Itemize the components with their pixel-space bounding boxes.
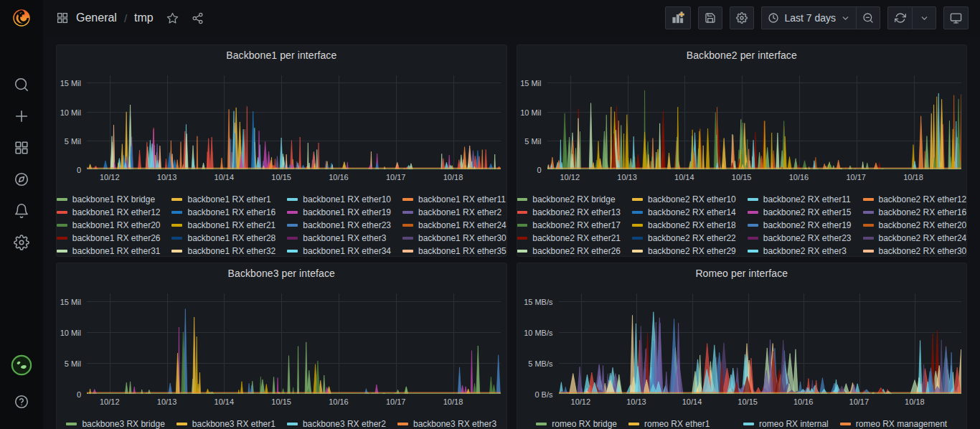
legend-item[interactable]: backbone3 RX bridge xyxy=(66,418,164,429)
y-axis: 05 Mil10 Mil15 Mil xyxy=(57,75,87,169)
legend-item[interactable]: backbone1 RX ether19 xyxy=(287,206,391,219)
legend-item[interactable]: backbone2 RX ether17 xyxy=(517,219,621,232)
save-dashboard-button[interactable] xyxy=(698,6,722,29)
legend-item[interactable]: backbone3 RX ether3 xyxy=(397,418,496,429)
legend-item[interactable]: backbone3 RX ether2 xyxy=(287,418,386,429)
breadcrumb: General / tmp xyxy=(56,11,204,24)
time-series-plot[interactable] xyxy=(559,293,961,394)
y-axis-tick-label: 15 Mil xyxy=(520,79,541,88)
legend-item-label: backbone1 RX ether35 xyxy=(418,246,507,256)
legend-item[interactable]: backbone2 RX ether3 xyxy=(748,245,852,257)
legend-item[interactable]: backbone2 RX ether10 xyxy=(632,193,736,206)
legend-item[interactable]: backbone2 RX ether23 xyxy=(748,232,852,245)
legend-item-label: backbone1 RX ether21 xyxy=(187,220,275,230)
x-axis: 10/1210/1310/1410/1510/1610/1710/18 xyxy=(547,169,961,184)
sidebar-item-configuration[interactable] xyxy=(0,227,43,258)
legend-item[interactable]: backbone2 RX ether30 xyxy=(863,245,967,257)
legend-item[interactable]: backbone1 RX ether2 xyxy=(402,206,507,219)
legend-item-label: backbone2 RX ether22 xyxy=(648,233,736,243)
legend-item[interactable]: backbone1 RX ether11 xyxy=(402,193,507,206)
legend-item-label: romeo RX ether1 xyxy=(644,419,710,429)
legend-item[interactable]: backbone1 RX ether31 xyxy=(57,245,161,257)
refresh-dashboard-button[interactable] xyxy=(887,6,912,29)
legend-item[interactable]: romeo RX bridge xyxy=(536,418,617,429)
panel-title[interactable]: Romeo per interface xyxy=(517,263,967,283)
dashboard-settings-button[interactable] xyxy=(730,6,754,29)
breadcrumb-folder[interactable]: General xyxy=(76,11,117,24)
legend-item[interactable]: romeo RX ether1 xyxy=(628,418,732,429)
legend-item[interactable]: backbone1 RX ether28 xyxy=(171,232,275,245)
series-color-swatch xyxy=(748,224,758,227)
legend-item[interactable]: romeo RX internal xyxy=(743,418,829,429)
add-panel-button[interactable] xyxy=(665,6,691,29)
sidebar-item-create[interactable] xyxy=(0,100,43,132)
refresh-interval-picker[interactable] xyxy=(912,6,936,29)
legend-item[interactable]: backbone2 RX ether13 xyxy=(517,206,621,219)
y-axis-tick-label: 5 Mil xyxy=(524,137,541,146)
legend-item[interactable]: backbone2 RX ether19 xyxy=(748,219,852,232)
legend-item[interactable]: backbone1 RX ether12 xyxy=(57,206,161,219)
legend-item-label: backbone2 RX ether21 xyxy=(532,233,621,243)
legend-item[interactable]: backbone2 RX bridge xyxy=(517,193,621,206)
legend-item[interactable]: backbone2 RX ether29 xyxy=(632,245,736,257)
legend-item-label: backbone2 RX ether3 xyxy=(763,246,847,256)
legend-item[interactable]: backbone3 RX ether1 xyxy=(176,418,275,429)
sidebar-item-help[interactable] xyxy=(0,386,43,418)
panel-title[interactable]: Backbone1 per interface xyxy=(57,45,507,65)
legend-item[interactable]: backbone1 RX ether3 xyxy=(287,232,391,245)
legend-item[interactable]: backbone2 RX ether20 xyxy=(863,219,967,232)
legend-item[interactable]: backbone2 RX ether16 xyxy=(863,206,967,219)
legend-item[interactable]: romeo RX management xyxy=(840,418,947,429)
time-range-picker[interactable]: Last 7 days xyxy=(761,6,856,29)
legend-item-label: backbone1 RX ether3 xyxy=(303,233,386,243)
x-axis-tick-label: 10/16 xyxy=(783,173,814,182)
series-color-swatch xyxy=(863,237,874,240)
panel-title[interactable]: Backbone2 per interface xyxy=(517,45,967,65)
time-series-plot[interactable] xyxy=(87,293,501,394)
legend-item[interactable]: backbone2 RX ether18 xyxy=(632,219,736,232)
legend-item[interactable]: backbone2 RX ether26 xyxy=(517,245,621,257)
legend-item[interactable]: backbone1 RX ether21 xyxy=(171,219,275,232)
legend-item[interactable]: backbone2 RX ether14 xyxy=(632,206,736,219)
legend-item[interactable]: backbone1 RX ether20 xyxy=(57,219,161,232)
time-picker-group: Last 7 days xyxy=(761,6,880,29)
y-axis-tick-label: 15 Mil xyxy=(60,79,81,88)
sidebar-menu xyxy=(0,69,43,258)
legend-item[interactable]: backbone1 RX ether32 xyxy=(171,245,275,257)
legend-item[interactable]: backbone1 RX ether1 xyxy=(171,193,275,206)
panel-title[interactable]: Backbone3 per inteface xyxy=(57,263,507,283)
y-axis-tick-label: 0 B/s xyxy=(534,390,552,399)
legend-item[interactable]: backbone2 RX ether11 xyxy=(748,193,852,206)
legend-item[interactable]: backbone1 RX ether35 xyxy=(402,245,507,257)
time-series-plot[interactable] xyxy=(87,75,501,169)
breadcrumb-separator: / xyxy=(124,12,127,24)
user-avatar[interactable] xyxy=(11,354,32,376)
series-color-swatch xyxy=(397,423,408,425)
legend-item[interactable]: backbone1 RX ether16 xyxy=(171,206,275,219)
cycle-view-mode-button[interactable] xyxy=(943,6,969,29)
zoom-out-time-button[interactable] xyxy=(856,6,880,29)
sidebar-item-dashboards[interactable] xyxy=(0,132,43,164)
legend-item[interactable]: backbone1 RX ether34 xyxy=(287,245,391,257)
legend-item[interactable]: backbone2 RX ether22 xyxy=(632,232,736,245)
sidebar-item-explore[interactable] xyxy=(0,164,43,195)
legend-item[interactable]: backbone1 RX ether26 xyxy=(57,232,161,245)
sidebar-item-search[interactable] xyxy=(0,69,43,100)
legend-item[interactable]: backbone1 RX ether23 xyxy=(287,219,391,232)
share-dashboard-button[interactable] xyxy=(192,12,204,24)
star-dashboard-button[interactable] xyxy=(166,12,179,24)
legend-item[interactable]: backbone1 RX ether30 xyxy=(402,232,507,245)
legend-item[interactable]: backbone1 RX ether24 xyxy=(402,219,507,232)
legend-item[interactable]: backbone2 RX ether24 xyxy=(863,232,967,245)
grafana-logo[interactable] xyxy=(0,0,43,36)
sidebar-item-alerting[interactable] xyxy=(0,195,43,227)
legend-item[interactable]: backbone2 RX ether15 xyxy=(748,206,852,219)
legend-item[interactable]: backbone2 RX ether21 xyxy=(517,232,621,245)
breadcrumb-dashboard[interactable]: tmp xyxy=(134,11,154,24)
y-axis-tick-label: 0 xyxy=(537,166,541,174)
time-series-plot[interactable] xyxy=(547,75,961,169)
legend-item-label: backbone1 RX ether30 xyxy=(418,233,507,243)
legend-item[interactable]: backbone2 RX ether12 xyxy=(863,193,967,206)
legend-item[interactable]: backbone1 RX ether10 xyxy=(287,193,391,206)
legend-item[interactable]: backbone1 RX bridge xyxy=(57,193,161,206)
